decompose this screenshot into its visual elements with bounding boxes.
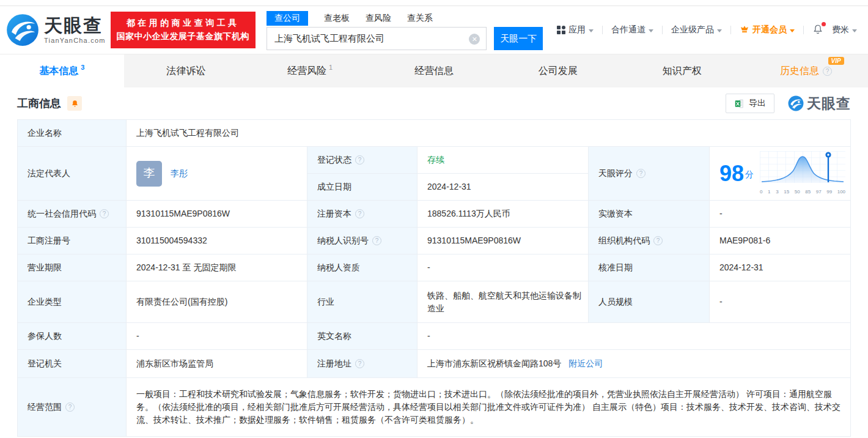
- excel-icon: [734, 98, 745, 109]
- approval-date-label: 核准日期: [589, 254, 710, 281]
- crown-icon: [740, 25, 749, 35]
- help-icon[interactable]: [372, 236, 381, 245]
- table-row: 登记机关 浦东新区市场监管局 注册地址 上海市浦东新区祝桥镇金闻路108号 附近…: [18, 350, 851, 378]
- score-axis-tick: 0: [760, 188, 762, 196]
- establish-date-label: 成立日期: [307, 174, 417, 201]
- reg-authority-label: 登记机关: [18, 350, 127, 378]
- search-button[interactable]: 天眼一下: [494, 27, 543, 50]
- legal-rep-link[interactable]: 李彤: [171, 167, 188, 180]
- top-nav: 应用 合作通道 企业级产品 开通会员: [557, 24, 857, 37]
- reg-status-value: 存续: [417, 147, 589, 174]
- reg-number-label: 工商注册号: [18, 228, 127, 254]
- help-icon[interactable]: [653, 236, 663, 245]
- reg-authority-value: 浦东新区市场监管局: [127, 350, 307, 378]
- label-text: 经营范围: [28, 402, 62, 412]
- brand-slogan: 都在用的商业查询工具 国家中小企业发展子基金旗下机构: [111, 12, 256, 48]
- business-info-table-wrap: 企业名称 上海飞机试飞工程有限公司 法定代表人 李 李彤 登记状态 存续 天眼评…: [0, 119, 868, 437]
- help-icon[interactable]: [100, 209, 109, 218]
- legal-rep-label: 法定代表人: [18, 147, 127, 201]
- tab-basic-info[interactable]: 基本信息 3: [0, 54, 124, 87]
- english-name-value: -: [417, 323, 851, 350]
- nav-apps[interactable]: 应用: [557, 24, 594, 35]
- search-tab-boss[interactable]: 查老板: [324, 11, 350, 26]
- tianyancha-watermark: 天眼查: [788, 94, 851, 113]
- brand-name: 天眼查: [44, 17, 106, 35]
- taxpayer-id-value: 91310115MAE9P0816W: [417, 228, 589, 254]
- help-icon[interactable]: [823, 67, 832, 76]
- slogan-line1: 都在用的商业查询工具: [117, 17, 250, 30]
- tab-label: 历史信息: [780, 65, 819, 78]
- score-distribution-chart: 0131550859799100: [760, 151, 845, 196]
- help-icon[interactable]: [355, 209, 364, 218]
- search-input[interactable]: [267, 28, 486, 50]
- search-tabs: 查公司 查老板 查风险 查关系: [267, 10, 543, 26]
- tab-legal-litigation[interactable]: 法律诉讼: [124, 54, 248, 87]
- label-text: 统一社会信用代码: [28, 209, 96, 218]
- site-header: 天眼查 TianYanCha.com 都在用的商业查询工具 国家中小企业发展子基…: [0, 6, 868, 54]
- nav-enterprise-label: 企业级产品: [671, 24, 714, 35]
- credit-code-label: 统一社会信用代码: [18, 201, 127, 228]
- tab-business-info[interactable]: 经营信息: [372, 54, 496, 87]
- reg-status-label: 登记状态: [307, 147, 417, 174]
- nav-vip[interactable]: 开通会员: [740, 24, 795, 35]
- tianyancha-logo-icon: [6, 13, 39, 46]
- table-row: 统一社会信用代码 91310115MAE9P0816W 注册资本 188526.…: [18, 201, 851, 228]
- nav-separator: [662, 26, 663, 34]
- section-title: 工商信息: [17, 96, 61, 111]
- export-button[interactable]: 导出: [726, 94, 774, 113]
- help-icon[interactable]: [636, 169, 645, 178]
- apps-grid-icon: [557, 26, 565, 34]
- company-detail-tabs: 基本信息 3 法律诉讼 经营风险 1 经营信息 公司发展 知识产权 VIP 历史…: [0, 54, 868, 87]
- tab-history-info[interactable]: VIP 历史信息: [744, 54, 868, 87]
- search-tab-company[interactable]: 查公司: [267, 11, 308, 26]
- chevron-down-icon: [649, 29, 653, 32]
- reg-capital-label: 注册资本: [307, 201, 417, 228]
- tab-count: 3: [81, 64, 84, 71]
- tab-label: 经营信息: [414, 65, 454, 78]
- nav-vip-label: 开通会员: [752, 24, 787, 35]
- score-unit: 分: [745, 169, 754, 179]
- tab-label: 法律诉讼: [166, 65, 205, 78]
- tab-business-risk[interactable]: 经营风险 1: [248, 54, 372, 87]
- label-text: 注册地址: [317, 358, 351, 368]
- notifications-bell[interactable]: [812, 24, 823, 37]
- watermark-text: 天眼查: [807, 94, 851, 113]
- nav-separator: [803, 26, 804, 34]
- industry-label: 行业: [307, 281, 417, 323]
- table-row: 参保人数 - 英文名称 -: [18, 323, 851, 350]
- tianyancha-logo[interactable]: 天眼查 TianYanCha.com: [6, 13, 106, 46]
- score-axis-tick: 50: [795, 188, 800, 196]
- table-row: 企业名称 上海飞机试飞工程有限公司: [18, 120, 851, 147]
- staff-size-label: 人员规模: [589, 281, 710, 323]
- nav-partner[interactable]: 合作通道: [611, 24, 653, 35]
- tyc-score-cell: 98分: [710, 147, 851, 201]
- search-tab-risk[interactable]: 查风险: [366, 11, 391, 26]
- paid-capital-label: 实缴资本: [589, 201, 710, 228]
- taxpayer-id-label: 纳税人识别号: [307, 228, 417, 254]
- table-row: 营业期限 2024-12-31 至 无固定期限 纳税人资质 - 核准日期 202…: [18, 254, 851, 281]
- nav-partner-label: 合作通道: [611, 24, 645, 35]
- legal-rep-avatar[interactable]: 李: [136, 161, 162, 187]
- help-icon[interactable]: [355, 155, 364, 165]
- subscribe-bell-button[interactable]: [67, 96, 82, 111]
- business-scope-value: 一般项目：工程和技术研究和试验发展；气象信息服务；软件开发；货物进出口；技术进出…: [127, 378, 851, 437]
- score-axis-tick: 97: [816, 188, 822, 196]
- score-axis-tick: 15: [784, 188, 789, 196]
- tab-label: 知识产权: [663, 65, 702, 78]
- nav-apps-label: 应用: [568, 24, 586, 35]
- page-top-divider: [0, 0, 868, 6]
- label-text: 纳税人识别号: [317, 236, 369, 245]
- nav-user[interactable]: 费米: [832, 24, 857, 35]
- tab-company-development[interactable]: 公司发展: [496, 54, 620, 87]
- score-axis-tick: 85: [805, 188, 811, 196]
- help-icon[interactable]: [65, 403, 75, 412]
- help-icon[interactable]: [355, 359, 364, 368]
- tab-intellectual-property[interactable]: 知识产权: [620, 54, 744, 87]
- tab-label: 基本信息: [39, 65, 78, 78]
- chevron-down-icon: [717, 29, 722, 32]
- reg-number-value: 310115004594332: [127, 228, 307, 254]
- nearby-companies-link[interactable]: 附近公司: [568, 358, 603, 368]
- search-tab-relation[interactable]: 查关系: [407, 11, 433, 26]
- bell-icon: [71, 100, 79, 108]
- nav-enterprise[interactable]: 企业级产品: [671, 24, 722, 35]
